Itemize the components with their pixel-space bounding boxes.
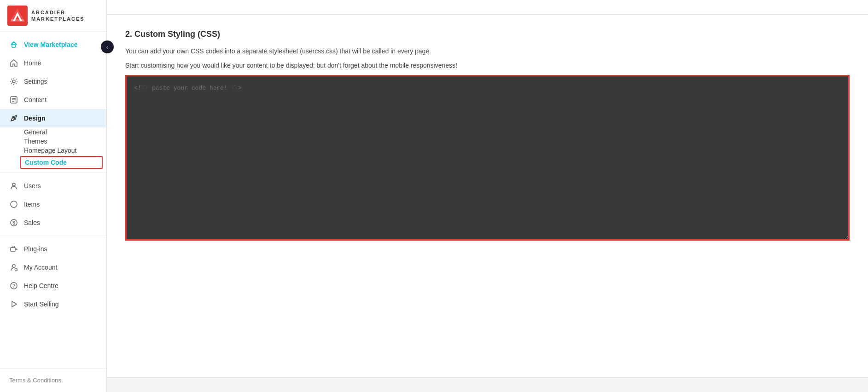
help-centre-icon: ? [9, 281, 18, 290]
sidebar-item-settings[interactable]: Settings [0, 72, 106, 91]
chevron-left-icon: ‹ [106, 44, 108, 51]
sidebar-footer: Terms & Conditions [0, 368, 106, 392]
brand-name-line2: MARKETPLACES [31, 16, 85, 22]
content-label: Content [24, 96, 47, 104]
sidebar-item-content[interactable]: Content [0, 91, 106, 109]
help-centre-label: Help Centre [24, 282, 58, 289]
terms-label: Terms & Conditions [9, 377, 61, 384]
sidebar-subitem-custom-code[interactable]: Custom Code [20, 156, 103, 169]
sidebar-item-view-marketplace[interactable]: View Marketplace [0, 35, 106, 54]
users-label: Users [24, 182, 41, 190]
svg-rect-5 [12, 45, 16, 47]
description-2: Start customising how you would like you… [125, 61, 850, 70]
sidebar-item-home[interactable]: Home [0, 54, 106, 72]
sidebar-toggle-button[interactable]: ‹ [101, 40, 114, 53]
sidebar-item-users[interactable]: Users [0, 177, 106, 195]
divider-2 [0, 236, 106, 236]
svg-marker-22 [12, 301, 17, 307]
sidebar-item-plugins[interactable]: Plug-ins [0, 240, 106, 258]
section-number: 2. [125, 29, 134, 39]
sidebar-item-sales[interactable]: $ Sales [0, 213, 106, 232]
items-icon [9, 200, 18, 209]
plugins-icon [9, 244, 18, 254]
svg-rect-4 [11, 19, 24, 21]
sales-icon: $ [9, 218, 18, 227]
svg-text:?: ? [12, 283, 15, 288]
svg-rect-16 [11, 248, 15, 251]
design-label: Design [24, 115, 46, 122]
content-icon [9, 95, 18, 104]
start-selling-label: Start Selling [24, 300, 58, 308]
css-code-editor[interactable] [125, 75, 850, 241]
sidebar-item-items[interactable]: Items [0, 195, 106, 213]
sidebar-nav: View Marketplace Home Settings [0, 32, 106, 368]
svg-point-17 [12, 265, 15, 267]
design-icon [9, 114, 18, 123]
content-area: 2. Custom Styling (CSS) You can add your… [107, 15, 868, 377]
brand-name-line1: ARCADIER [31, 9, 85, 16]
settings-label: Settings [24, 78, 47, 85]
my-account-icon: ⚙ [9, 263, 18, 272]
svg-point-13 [11, 201, 17, 208]
divider-1 [0, 173, 106, 173]
main-content: 2. Custom Styling (CSS) You can add your… [107, 0, 868, 392]
view-marketplace-icon [9, 40, 18, 49]
svg-point-6 [12, 80, 15, 83]
themes-label: Themes [24, 138, 47, 145]
svg-point-11 [13, 117, 15, 119]
arcadier-logo-icon [7, 6, 28, 26]
my-account-label: My Account [24, 264, 57, 271]
home-icon [9, 58, 18, 68]
view-marketplace-label: View Marketplace [24, 41, 77, 48]
sales-label: Sales [24, 219, 40, 226]
section-heading: Custom Styling (CSS) [134, 29, 220, 39]
sidebar: ARCADIER MARKETPLACES View Marketplace H… [0, 0, 107, 392]
sidebar-item-help-centre[interactable]: ? Help Centre [0, 277, 106, 295]
general-label: General [24, 128, 47, 136]
start-selling-icon [9, 300, 18, 309]
plugins-label: Plug-ins [24, 245, 47, 253]
sidebar-subitem-themes[interactable]: Themes [0, 137, 106, 146]
description-1: You can add your own CSS codes into a se… [125, 46, 850, 56]
users-icon [9, 181, 18, 190]
svg-text:$: $ [12, 220, 15, 225]
bottom-bar [107, 377, 868, 392]
top-bar [107, 0, 868, 15]
sidebar-item-my-account[interactable]: ⚙ My Account [0, 258, 106, 277]
homepage-layout-label: Homepage Layout [24, 147, 76, 154]
logo-area: ARCADIER MARKETPLACES [0, 0, 106, 32]
sidebar-item-terms[interactable]: Terms & Conditions [9, 374, 97, 386]
sidebar-subitem-general[interactable]: General [0, 127, 106, 137]
custom-code-label: Custom Code [25, 159, 67, 166]
items-label: Items [24, 201, 40, 208]
settings-icon [9, 77, 18, 86]
sidebar-item-design[interactable]: Design [0, 109, 106, 127]
sidebar-item-start-selling[interactable]: Start Selling [0, 295, 106, 313]
svg-point-12 [12, 183, 15, 186]
section-title: 2. Custom Styling (CSS) [125, 29, 850, 39]
sidebar-subitem-homepage-layout[interactable]: Homepage Layout [0, 146, 106, 155]
home-label: Home [24, 59, 41, 67]
